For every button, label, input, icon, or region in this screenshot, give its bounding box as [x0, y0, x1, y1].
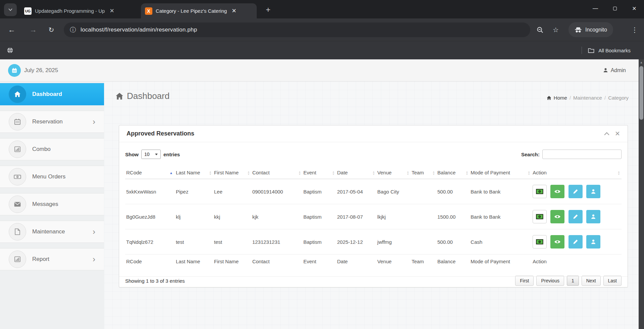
col-label: Last Name: [176, 170, 200, 175]
divider: [582, 47, 582, 54]
cell-action: [532, 179, 622, 204]
cell-event: Baptism: [302, 229, 336, 255]
payment-button[interactable]: [533, 235, 547, 249]
page-content: July 26, 2025 Admin Dashboard Reservatio…: [0, 59, 639, 329]
view-button[interactable]: [550, 235, 564, 249]
cell-action: [532, 229, 622, 255]
user-menu[interactable]: Admin: [603, 67, 626, 73]
tab-close-icon[interactable]: ✕: [230, 7, 238, 14]
calendar-badge: [8, 64, 21, 77]
close-window-button[interactable]: ✕: [625, 0, 644, 17]
cell-team: [410, 179, 436, 204]
col-rcode[interactable]: RCode▲: [125, 167, 175, 179]
address-bar[interactable]: ⓘ localhost/f/reservation/admin/reservat…: [64, 22, 530, 37]
banknote-icon: 0: [9, 168, 26, 185]
view-button[interactable]: [550, 210, 564, 223]
person-icon: [591, 214, 596, 219]
col-label: Venue: [377, 170, 392, 175]
sidebar-item-reservation[interactable]: Reservation ›: [0, 111, 104, 133]
reload-button[interactable]: ↻: [46, 25, 56, 35]
sidebar-item-label: Menu Orders: [32, 173, 65, 180]
minimize-button[interactable]: —: [586, 0, 605, 17]
home-icon: [547, 96, 551, 100]
col-team[interactable]: Team▲▼: [410, 167, 436, 179]
back-button[interactable]: ←: [7, 25, 17, 35]
pencil-icon: [573, 214, 578, 219]
view-button[interactable]: [550, 185, 564, 198]
search-input[interactable]: [542, 150, 622, 159]
sidebar-item-menu-orders[interactable]: 0 Menu Orders: [0, 166, 104, 188]
scrollbar-thumb[interactable]: [639, 66, 643, 120]
site-info-icon[interactable]: ⓘ: [70, 26, 76, 34]
col-venue[interactable]: Venue▲▼: [376, 167, 410, 179]
tab-category[interactable]: X Category - Lee Pipez's Catering ✕: [141, 3, 257, 18]
page-length-select[interactable]: 10: [141, 150, 161, 159]
bookmark-globe-icon[interactable]: [7, 47, 13, 54]
breadcrumb-home[interactable]: Home: [554, 95, 567, 101]
scroll-up-arrow[interactable]: ▲: [639, 61, 644, 64]
sort-icons: ▲▼: [406, 171, 409, 175]
payment-button[interactable]: [533, 210, 547, 223]
url-text: localhost/f/reservation/admin/reservatio…: [81, 26, 197, 33]
col-balance[interactable]: Balance▲▼: [436, 167, 469, 179]
col-event[interactable]: Event▲▼: [302, 167, 336, 179]
bookmark-star-icon[interactable]: ☆: [551, 25, 561, 35]
tab-search-button[interactable]: [4, 3, 17, 16]
vertical-scrollbar[interactable]: ▲: [639, 59, 644, 329]
sidebar-item-combo[interactable]: Combo: [0, 138, 104, 160]
cell-balance: 500.00: [436, 229, 469, 255]
assign-user-button[interactable]: [586, 235, 600, 249]
browser-menu-icon[interactable]: ⋮: [630, 25, 640, 35]
sidebar-item-messages[interactable]: Messages: [0, 193, 104, 215]
col-last-name[interactable]: Last Name▲▼: [175, 167, 213, 179]
sort-icons: ▲▼: [332, 171, 335, 175]
sort-icons: ▲▼: [528, 171, 530, 175]
close-panel-icon[interactable]: ✕: [615, 130, 620, 137]
chevron-right-icon: ›: [93, 228, 95, 236]
zoom-out-indicator-icon[interactable]: [535, 25, 545, 35]
tab-updategadh[interactable]: UG Updategadh Programming - Up ✕: [20, 3, 134, 18]
sort-icons: ▲▼: [617, 171, 620, 175]
page-length-value: 10: [144, 152, 150, 157]
sidebar-item-label: Maintenance: [32, 228, 65, 235]
assign-user-button[interactable]: [586, 185, 600, 198]
edit-button[interactable]: [568, 210, 583, 223]
window-controls: — ✕: [586, 0, 644, 17]
cell-event: Baptism: [302, 179, 336, 204]
col-action[interactable]: Action▲▼: [532, 167, 622, 179]
cell-last-name: test: [175, 229, 213, 255]
site-top-bar: July 26, 2025 Admin: [0, 59, 639, 81]
cell-last-name: Pipez: [175, 179, 213, 204]
sort-icons: ▲▼: [372, 171, 375, 175]
cell-rcode: Bg0GuezJd8: [125, 204, 175, 229]
cell-contact: 09001914000: [251, 179, 302, 204]
pencil-icon: [573, 239, 578, 244]
collapse-icon[interactable]: [604, 132, 609, 135]
cell-balance: 1500.00: [436, 204, 469, 229]
sidebar-item-report[interactable]: Report ›: [0, 248, 104, 270]
breadcrumb-maintenance[interactable]: Maintenance: [573, 95, 602, 101]
edit-button[interactable]: [568, 185, 583, 198]
assign-user-button[interactable]: [586, 210, 600, 223]
panel-title: Approved Reservations: [127, 130, 194, 137]
maximize-icon: [613, 7, 617, 10]
cell-rcode: 5xkKxwWasn: [125, 179, 175, 204]
col-mode-of-payment[interactable]: Mode of Payment▲▼: [469, 167, 532, 179]
sidebar-item-dashboard[interactable]: Dashboard: [0, 83, 104, 105]
breadcrumb-category[interactable]: Category: [608, 95, 629, 101]
edit-button[interactable]: [568, 235, 583, 249]
foot-action: Action: [532, 255, 622, 269]
cell-date: 2017-05-04: [336, 179, 377, 204]
new-tab-button[interactable]: +: [263, 4, 274, 15]
sidebar-item-maintenance[interactable]: Maintenance ›: [0, 221, 104, 243]
breadcrumb-separator: /: [569, 95, 571, 101]
col-contact[interactable]: Contact▲▼: [251, 167, 302, 179]
payment-button[interactable]: [533, 185, 547, 198]
col-first-name[interactable]: First Name▲▼: [213, 167, 251, 179]
all-bookmarks-group[interactable]: All Bookmarks: [582, 47, 644, 54]
forward-button[interactable]: →: [28, 25, 38, 35]
col-date[interactable]: Date▲▼: [336, 167, 377, 179]
tab-close-icon[interactable]: ✕: [108, 7, 115, 14]
maximize-button[interactable]: [605, 0, 625, 17]
incognito-badge[interactable]: Incognito: [568, 22, 613, 37]
